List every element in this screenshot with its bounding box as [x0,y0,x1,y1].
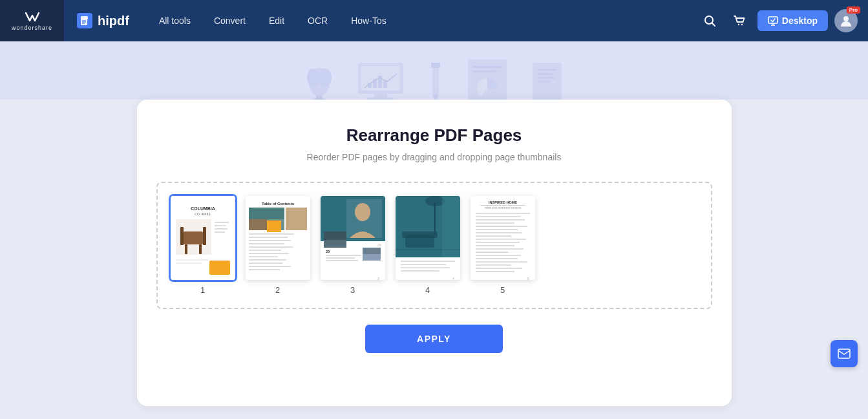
illus-monitor [355,59,407,105]
svg-rect-114 [476,245,514,246]
svg-rect-89 [434,202,436,235]
svg-point-16 [307,69,320,87]
svg-rect-60 [286,208,307,230]
svg-rect-116 [476,252,508,253]
avatar-container[interactable]: Pro [834,9,858,32]
svg-rect-35 [537,73,553,75]
svg-rect-9 [768,17,778,23]
page-thumb-2[interactable]: Table of Contents [246,196,310,295]
page-thumb-1[interactable]: COLUMBIA CO. INFILL [171,196,235,295]
thumb-wrapper-5: INSPIRED HOME TIMELESS INTERIOR DESIGN [471,196,535,280]
hero-illustration [303,56,565,105]
wondershare-brand[interactable]: wondershare [0,0,64,41]
svg-text:COLUMBIA: COLUMBIA [191,206,215,211]
svg-rect-61 [249,233,294,235]
page-subtitle: Reorder PDF pages by dragging and droppi… [156,152,712,162]
svg-text:4: 4 [452,277,454,280]
hipdf-name: hipdf [98,14,129,28]
svg-rect-102 [480,205,525,206]
svg-rect-98 [401,270,439,272]
svg-point-8 [741,24,743,25]
svg-text:Table of Contents: Table of Contents [261,202,294,206]
nav-edit[interactable]: Edit [259,10,295,31]
page-number-3: 3 [350,285,355,295]
nav-ocr[interactable]: OCR [297,10,338,31]
illus-pen [426,59,445,105]
svg-rect-117 [476,255,521,256]
svg-rect-65 [249,246,293,248]
rearrange-card: Rearrange PDF Pages Reorder PDF pages by… [137,100,732,406]
svg-rect-69 [249,259,286,261]
page-number-4: 4 [425,285,430,295]
nav-howtos[interactable]: How-Tos [341,10,396,31]
svg-rect-83 [326,260,358,261]
svg-text:5: 5 [527,277,529,280]
svg-rect-50 [215,231,225,233]
svg-rect-58 [249,208,284,219]
svg-rect-120 [476,264,511,266]
svg-rect-108 [476,226,527,227]
hipdf-brand[interactable]: hipdf [64,13,142,28]
page-number-1: 1 [200,285,205,295]
svg-rect-63 [249,240,291,241]
svg-rect-118 [476,258,518,259]
apply-section: APPLY [156,325,712,353]
svg-rect-81 [326,255,361,256]
thumb-wrapper-4: 4 [396,196,460,280]
nav-links: All tools Convert Edit OCR How-Tos [149,10,397,31]
mail-button[interactable] [831,340,858,367]
svg-rect-48 [215,225,226,226]
nav-convert[interactable]: Convert [204,10,256,31]
svg-rect-82 [326,257,355,259]
svg-rect-97 [401,267,450,268]
svg-rect-66 [249,250,281,251]
svg-rect-36 [537,77,555,79]
svg-rect-53 [176,263,202,264]
illus-doc [465,56,510,105]
svg-rect-44 [199,244,202,254]
svg-rect-34 [537,69,557,71]
svg-rect-112 [476,239,526,240]
svg-rect-43 [185,244,187,254]
thumb-wrapper-2: Table of Contents [246,196,310,280]
svg-rect-67 [249,253,289,254]
search-button[interactable] [698,9,721,32]
svg-rect-1 [85,16,88,19]
svg-rect-104 [476,213,530,214]
svg-rect-68 [249,256,278,257]
page-title: Rearrange PDF Pages [156,125,712,145]
svg-point-7 [738,24,739,25]
page-thumb-5[interactable]: INSPIRED HOME TIMELESS INTERIOR DESIGN [471,196,535,295]
svg-text:29: 29 [377,243,381,247]
svg-rect-124 [838,349,850,358]
desktop-button[interactable]: Desktop [757,10,828,31]
illus-plant [303,59,335,105]
svg-rect-37 [537,81,550,83]
svg-rect-106 [476,219,525,220]
svg-rect-49 [215,228,228,230]
thumb-wrapper-1: COLUMBIA CO. INFILL [171,196,235,280]
svg-rect-26 [432,66,439,95]
svg-rect-20 [374,94,387,98]
pages-container: COLUMBIA CO. INFILL [156,182,712,309]
svg-text:29: 29 [326,250,330,253]
cart-button[interactable] [728,9,751,32]
pro-badge: Pro [847,6,860,14]
nav-all-tools[interactable]: All tools [149,10,201,31]
page-thumb-4[interactable]: 4 4 [396,196,460,295]
svg-point-90 [425,196,445,206]
svg-rect-30 [472,66,502,68]
page-thumb-3[interactable]: 29 29 3 3 [321,196,385,295]
svg-rect-121 [476,268,522,269]
svg-rect-45 [180,227,184,245]
svg-rect-47 [215,222,229,223]
svg-rect-59 [267,220,281,232]
wondershare-logo: wondershare [12,10,52,31]
apply-button[interactable]: APPLY [365,325,503,353]
svg-rect-113 [476,242,520,243]
navbar: wondershare hipdf All tools Convert Edit… [0,0,868,41]
svg-rect-111 [476,235,511,237]
svg-point-12 [843,16,849,21]
svg-text:INSPIRED HOME: INSPIRED HOME [488,200,516,204]
svg-rect-92 [402,231,438,238]
